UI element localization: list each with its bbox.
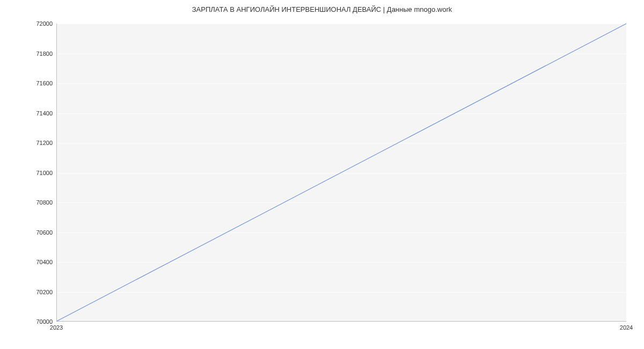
- series-line: [57, 24, 626, 321]
- y-tick-label: 70000: [4, 318, 53, 325]
- chart-title: ЗАРПЛАТА В АНГИОЛАЙН ИНТЕРВЕНШИОНАЛ ДЕВА…: [0, 5, 644, 13]
- plot-area: [56, 24, 626, 322]
- chart-svg: [57, 24, 626, 321]
- y-tick-label: 71600: [4, 80, 53, 86]
- x-tick-label: 2023: [50, 324, 63, 331]
- y-tick-label: 71000: [4, 170, 53, 176]
- x-tick-label: 2024: [620, 324, 633, 331]
- y-tick-label: 70600: [4, 229, 53, 236]
- y-tick-label: 70800: [4, 199, 53, 206]
- y-tick-label: 72000: [4, 20, 53, 27]
- y-tick-label: 71200: [4, 140, 53, 146]
- y-tick-label: 70200: [4, 289, 53, 295]
- y-tick-label: 70400: [4, 259, 53, 265]
- y-tick-label: 71800: [4, 50, 53, 57]
- y-tick-label: 71400: [4, 110, 53, 117]
- chart-container: ЗАРПЛАТА В АНГИОЛАЙН ИНТЕРВЕНШИОНАЛ ДЕВА…: [0, 0, 644, 349]
